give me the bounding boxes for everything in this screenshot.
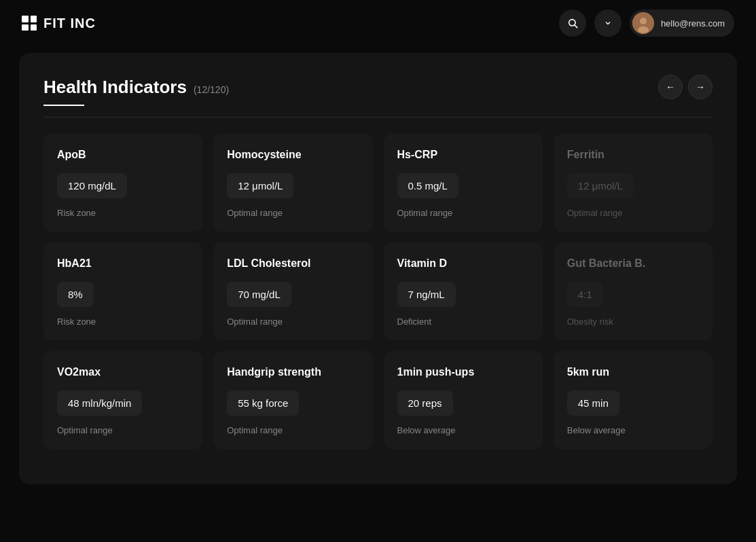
card-status: Optimal range bbox=[227, 425, 359, 435]
card-value: 0.5 mg/L bbox=[397, 173, 458, 198]
svg-point-4 bbox=[638, 26, 649, 33]
card-value: 45 min bbox=[567, 391, 619, 416]
section-title: Health Indicators (12/120) bbox=[43, 77, 229, 98]
row-1: ApoB 120 mg/dL Risk zone Homocysteine 12… bbox=[43, 134, 713, 232]
card-value: 70 mg/dL bbox=[227, 282, 291, 307]
logo: FIT INC bbox=[22, 16, 96, 31]
card-value: 120 mg/dL bbox=[57, 173, 127, 198]
card-vo2max: VO2max 48 mln/kg/min Optimal range bbox=[43, 351, 202, 449]
card-title: Hs-CRP bbox=[397, 149, 529, 161]
card-title: Ferritin bbox=[567, 149, 699, 161]
card-status: Optimal range bbox=[227, 208, 359, 218]
title-underline bbox=[43, 105, 84, 106]
logo-text: FIT INC bbox=[43, 16, 96, 31]
card-value: 12 μmol/L bbox=[567, 173, 634, 198]
section-header: Health Indicators (12/120) ← → bbox=[43, 75, 713, 99]
card-gut-bacteria: Gut Bacteria B. 4:1 Obesity risk bbox=[554, 242, 713, 340]
card-title: VO2max bbox=[57, 366, 189, 378]
card-status: Optimal range bbox=[397, 208, 529, 218]
page-title: Health Indicators bbox=[43, 77, 187, 98]
card-value: 12 μmol/L bbox=[227, 173, 293, 198]
card-title: Handgrip strength bbox=[227, 366, 359, 378]
card-title: 1min push-ups bbox=[397, 366, 529, 378]
user-email: hello@rens.com bbox=[661, 18, 725, 29]
card-title: ApoB bbox=[57, 149, 189, 161]
card-title: Homocysteine bbox=[227, 149, 359, 161]
logo-icon bbox=[22, 16, 37, 31]
dropdown-button[interactable] bbox=[594, 10, 622, 37]
prev-button[interactable]: ← bbox=[658, 75, 683, 99]
card-ldl: LDL Cholesterol 70 mg/dL Optimal range bbox=[213, 242, 372, 340]
header: FIT INC hello@rens.com bbox=[0, 0, 756, 46]
next-button[interactable]: → bbox=[688, 75, 713, 99]
card-handgrip: Handgrip strength 55 kg force Optimal ra… bbox=[213, 351, 372, 449]
card-status: Deficient bbox=[397, 317, 529, 327]
main-container: Health Indicators (12/120) ← → ApoB 120 … bbox=[19, 53, 737, 484]
card-hba21: HbA21 8% Risk zone bbox=[43, 242, 202, 340]
card-vitamin-d: Vitamin D 7 ng/mL Deficient bbox=[384, 242, 543, 340]
card-status: Risk zone bbox=[57, 208, 189, 218]
card-homocysteine: Homocysteine 12 μmol/L Optimal range bbox=[213, 134, 372, 232]
card-title: HbA21 bbox=[57, 257, 189, 270]
card-hs-crp: Hs-CRP 0.5 mg/L Optimal range bbox=[384, 134, 543, 232]
nav-arrows: ← → bbox=[658, 75, 713, 99]
card-apob: ApoB 120 mg/dL Risk zone bbox=[43, 134, 202, 232]
card-value: 20 reps bbox=[397, 391, 453, 416]
card-5km-run: 5km run 45 min Below average bbox=[554, 351, 713, 449]
row-2: HbA21 8% Risk zone LDL Cholesterol 70 mg… bbox=[43, 242, 713, 340]
card-status: Optimal range bbox=[57, 425, 189, 435]
card-value: 4:1 bbox=[567, 282, 603, 307]
section-count: (12/120) bbox=[194, 84, 229, 95]
card-status: Below average bbox=[397, 425, 529, 435]
user-info[interactable]: hello@rens.com bbox=[630, 10, 734, 37]
card-value: 55 kg force bbox=[227, 391, 299, 416]
card-status: Optimal range bbox=[567, 208, 699, 218]
svg-point-3 bbox=[640, 18, 647, 24]
card-ferritin: Ferritin 12 μmol/L Optimal range bbox=[554, 134, 713, 232]
card-status: Obesity risk bbox=[567, 317, 699, 327]
row-3: VO2max 48 mln/kg/min Optimal range Handg… bbox=[43, 351, 713, 449]
section-divider bbox=[43, 117, 713, 118]
search-button[interactable] bbox=[559, 10, 586, 37]
card-value: 48 mln/kg/min bbox=[57, 391, 142, 416]
svg-line-1 bbox=[575, 25, 577, 28]
card-status: Risk zone bbox=[57, 317, 189, 327]
card-title: Vitamin D bbox=[397, 257, 529, 270]
header-right: hello@rens.com bbox=[559, 10, 734, 37]
card-status: Optimal range bbox=[227, 317, 359, 327]
card-status: Below average bbox=[567, 425, 699, 435]
card-pushups: 1min push-ups 20 reps Below average bbox=[384, 351, 543, 449]
card-value: 7 ng/mL bbox=[397, 282, 456, 307]
card-title: LDL Cholesterol bbox=[227, 257, 359, 270]
avatar bbox=[632, 12, 654, 34]
card-value: 8% bbox=[57, 282, 94, 307]
card-title: 5km run bbox=[567, 366, 699, 378]
card-title: Gut Bacteria B. bbox=[567, 257, 699, 270]
